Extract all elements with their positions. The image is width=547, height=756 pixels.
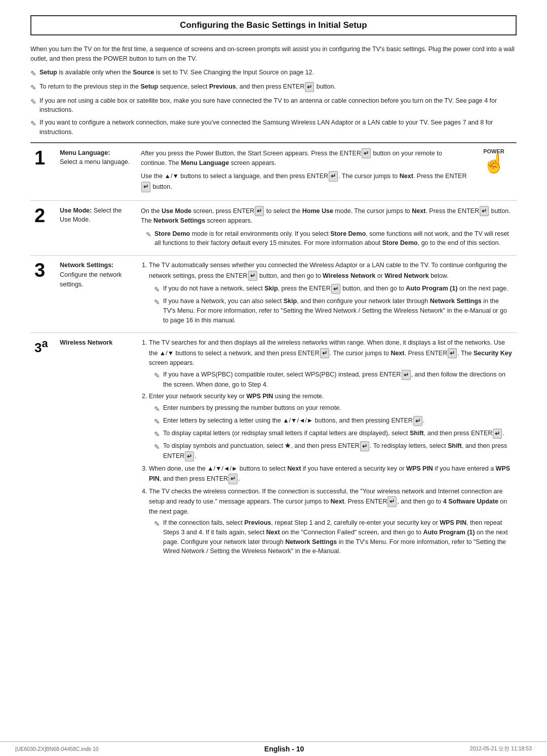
step-3a-item-2: Enter your network security key or WPS P… bbox=[149, 392, 513, 461]
step-3a-item-1-subnote-1: ✎ If you have a WPS(PBC) compatible rout… bbox=[154, 370, 513, 390]
step-3-row: 3 Network Settings: Configure the networ… bbox=[30, 256, 517, 333]
note-icon-1: ✎ bbox=[30, 68, 36, 79]
step-3a-item-1-text: The TV searches for and then displays al… bbox=[149, 338, 513, 368]
step-3a-item-1: The TV searches for and then displays al… bbox=[149, 338, 513, 389]
step-3a-content-cell: The TV searches for and then displays al… bbox=[137, 333, 517, 564]
step-3a-item-2-subnote-4: ✎ To display symbols and punctuation, se… bbox=[154, 441, 513, 461]
step-3-item-1-text: The TV automatically senses whether you … bbox=[149, 261, 513, 281]
step-3a-item-4-subnote-1: ✎ If the connection fails, select Previo… bbox=[154, 518, 513, 556]
step-3a-item-2-text: Enter your network security key or WPS P… bbox=[149, 392, 513, 401]
step-3a-label-title: Wireless Network bbox=[60, 339, 112, 346]
footer-center: English - 10 bbox=[99, 745, 470, 753]
note-item-4: ✎ If you want to configure a network con… bbox=[30, 118, 517, 137]
step-3-subnote-1: ✎ If you do not have a network, select S… bbox=[154, 284, 513, 295]
step-2-label-cell: Use Mode: Select the Use Mode. bbox=[56, 200, 137, 255]
step-3a-row: 3a Wireless Network The TV searches for … bbox=[30, 333, 517, 564]
power-label: POWER ☝ bbox=[475, 148, 513, 173]
note-text-2d: To display symbols and punctuation, sele… bbox=[163, 441, 513, 461]
step-3-content-cell: The TV automatically senses whether you … bbox=[137, 256, 517, 333]
step-2-label-title: Use Mode: bbox=[60, 207, 92, 214]
step-3a-label-cell: Wireless Network bbox=[56, 333, 137, 564]
step-3a-item-2-subnote-3: ✎ To display capital letters (or redispl… bbox=[154, 429, 513, 440]
step-3-label-body: Configure the network settings. bbox=[60, 271, 122, 288]
step-2-content-1: On the Use Mode screen, press ENTER↵ to … bbox=[141, 206, 513, 226]
page-footer: [UE6030-ZX]BN68-04458C.indb 10 English -… bbox=[0, 741, 547, 756]
step-3-list-item-1: The TV automatically senses whether you … bbox=[149, 261, 513, 325]
step-1-content-2: Use the ▲/▼ buttons to select a language… bbox=[141, 171, 467, 192]
step-3-subnote-icon-2: ✎ bbox=[154, 297, 160, 308]
step-3a-number-cell: 3a bbox=[30, 333, 56, 564]
power-hand-icon: ☝ bbox=[483, 154, 505, 173]
step-3a-item-2-subnote-2: ✎ Enter letters by selecting a letter us… bbox=[154, 416, 513, 427]
step-1-label-body: Select a menu language. bbox=[60, 158, 130, 165]
note-text-2c: To display capital letters (or redisplay… bbox=[163, 429, 513, 439]
note-icon-2b: ✎ bbox=[154, 416, 160, 427]
step-3a-item-4-text: The TV checks the wireless connection. I… bbox=[149, 487, 513, 517]
steps-table: 1 Menu Language: Select a menu language.… bbox=[30, 142, 517, 564]
step-3-numbered-list: The TV automatically senses whether you … bbox=[141, 261, 513, 325]
step-3-subnote-2: ✎ If you have a Network, you can also se… bbox=[154, 297, 513, 325]
step-3a-number: 3a bbox=[34, 340, 48, 355]
step-3a-item-4: The TV checks the wireless connection. I… bbox=[149, 487, 513, 556]
step-3a-item-3: When done, use the ▲/▼/◄/► buttons to se… bbox=[149, 464, 513, 484]
step-2-note-text: Store Demo mode is for retail environmen… bbox=[154, 229, 513, 248]
note-icon-2: ✎ bbox=[30, 82, 36, 93]
step-1-row: 1 Menu Language: Select a menu language.… bbox=[30, 143, 517, 201]
note-item-2: ✎ To return to the previous step in the … bbox=[30, 82, 517, 93]
step-3-subnote-icon-1: ✎ bbox=[154, 284, 160, 295]
note-item-3: ✎ If you are not using a cable box or sa… bbox=[30, 96, 517, 115]
page-title-box: Configuring the Basic Settings in Initia… bbox=[30, 15, 517, 35]
note-text-2b: Enter letters by selecting a letter usin… bbox=[163, 416, 513, 426]
step-3-subnote-text-2: If you have a Network, you can also sele… bbox=[163, 297, 513, 325]
step-3a-item-3-text: When done, use the ▲/▼/◄/► buttons to se… bbox=[149, 464, 513, 484]
note-text-2: To return to the previous step in the Se… bbox=[40, 82, 517, 92]
step-3-label-title: Network Settings: bbox=[60, 262, 113, 269]
note-icon-2d: ✎ bbox=[154, 442, 160, 452]
step-1-content-1: After you press the Power Button, the St… bbox=[141, 148, 467, 169]
note-icon-3: ✎ bbox=[30, 97, 36, 107]
note-icon-2a: ✎ bbox=[154, 404, 160, 414]
note-item-1: ✎ Setup is available only when the Sourc… bbox=[30, 68, 517, 79]
note-text-4: If you want to configure a network conne… bbox=[40, 118, 517, 137]
step-3a-item-1-note-text: If you have a WPS(PBC) compatible router… bbox=[163, 370, 513, 390]
step-2-number-cell: 2 bbox=[30, 200, 56, 255]
step-1-label-title: Menu Language: bbox=[60, 149, 110, 156]
step-1-content-cell: After you press the Power Button, the St… bbox=[137, 143, 471, 201]
step-3-subnote-text-1: If you do not have a network, select Ski… bbox=[163, 284, 513, 294]
step-1-power-cell: POWER ☝ bbox=[471, 143, 517, 201]
footer-right: 2012-05-21 오전 11:18:53 bbox=[470, 745, 532, 752]
step-1-number: 1 bbox=[34, 147, 45, 169]
step-3-number-cell: 3 bbox=[30, 256, 56, 333]
step-2-row: 2 Use Mode: Select the Use Mode. On the … bbox=[30, 200, 517, 255]
step-3a-item-1-note-icon: ✎ bbox=[154, 370, 160, 381]
step-3a-numbered-list: The TV searches for and then displays al… bbox=[141, 338, 513, 556]
step-3-number: 3 bbox=[34, 260, 45, 281]
step-2-note-icon: ✎ bbox=[146, 230, 151, 240]
step-1-label-cell: Menu Language: Select a menu language. bbox=[56, 143, 137, 201]
note-icon-2c: ✎ bbox=[154, 429, 160, 440]
step-2-number: 2 bbox=[34, 205, 45, 226]
step-1-number-cell: 1 bbox=[30, 143, 56, 201]
note-icon-4: ✎ bbox=[30, 118, 36, 129]
note-text-2a: Enter numbers by pressing the number but… bbox=[163, 403, 513, 413]
note-text-3: If you are not using a cable box or sate… bbox=[40, 96, 517, 115]
intro-paragraph: When you turn the TV on for the first ti… bbox=[30, 45, 517, 64]
note-text-1: Setup is available only when the Source … bbox=[40, 68, 517, 77]
step-3-label-cell: Network Settings: Configure the network … bbox=[56, 256, 137, 333]
step-2-content-cell: On the Use Mode screen, press ENTER↵ to … bbox=[137, 200, 517, 255]
page-title: Configuring the Basic Settings in Initia… bbox=[42, 20, 505, 30]
footer-left: [UE6030-ZX]BN68-04458C.indb 10 bbox=[15, 746, 99, 752]
note-icon-4a: ✎ bbox=[154, 519, 160, 529]
step-3a-item-2-subnote-1: ✎ Enter numbers by pressing the number b… bbox=[154, 403, 513, 414]
note-text-4a: If the connection fails, select Previous… bbox=[163, 518, 513, 556]
step-2-note-1: ✎ Store Demo mode is for retail environm… bbox=[146, 229, 513, 248]
